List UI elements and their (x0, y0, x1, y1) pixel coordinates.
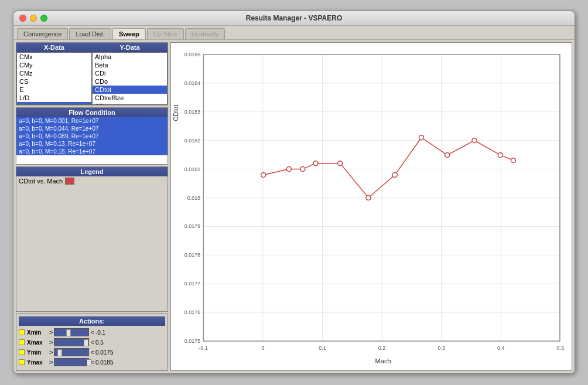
ydata-item-alpha[interactable]: Alpha (93, 53, 167, 61)
legend-label: CDtot vs. Mach (19, 178, 63, 185)
xmax-label: Xmax (27, 339, 48, 346)
tab-unsteady[interactable]: Unsteady (185, 28, 225, 39)
xdata-item-mach[interactable]: Mach (17, 102, 91, 105)
datapoint-7 (419, 135, 423, 140)
xmax-row: Xmax > < 0.5 (19, 338, 165, 346)
ymin-value[interactable]: 0.0175 (95, 349, 125, 356)
ydata-item-cfx[interactable]: CFx (93, 102, 167, 105)
flow-condition-panel: Flow Condition a=0, b=0, M=0.001, Re=1e+… (16, 107, 168, 165)
flow-item-1[interactable]: a=0, b=0, M=0.044, Re=1e+07 (16, 125, 167, 132)
xmin-label: Xmin (27, 329, 48, 336)
ymin-indicator (19, 349, 25, 355)
x-axis-label: Mach (375, 357, 391, 364)
actions-panel: Actions: Xmin > < -0.1 Xmax > < 0.5 (16, 314, 168, 371)
datapoint-2 (300, 167, 305, 172)
datapoint-6 (392, 173, 397, 178)
datapoint-4 (338, 161, 343, 166)
ydata-item-beta[interactable]: Beta (93, 61, 167, 69)
ydata-item-cdo[interactable]: CDo (93, 77, 167, 86)
xmin-value[interactable]: -0.1 (95, 329, 125, 336)
tab-bar: Convergence Load Dist. Sweep Cp Slice Un… (13, 26, 575, 40)
ydata-item-cdi[interactable]: CDi (93, 69, 167, 77)
flow-item-4[interactable]: a=0, b=0, M=0.18, Re=1e+07 (16, 148, 167, 155)
flow-condition-header: Flow Condition (16, 108, 167, 117)
ymax-slider[interactable] (54, 358, 89, 366)
xdata-col: X-Data CMx CMy CMz CS E L/D Mach (16, 43, 92, 105)
xmax-slider[interactable] (54, 338, 89, 346)
flow-item-2[interactable]: a=0, b=0, M=0.089, Re=1e+07 (16, 132, 167, 140)
xmax-value[interactable]: 0.5 (95, 339, 125, 346)
datapoint-9 (472, 138, 477, 143)
xdata-item-cmx[interactable]: CMx (17, 53, 91, 61)
ymax-row: Ymax > < 0.0185 (19, 358, 165, 366)
ymax-indicator (19, 359, 25, 365)
traffic-lights (19, 15, 47, 22)
ymax-value[interactable]: 0.0185 (95, 359, 125, 366)
xdata-item-e[interactable]: E (17, 86, 91, 94)
ydata-item-cdtrefftze[interactable]: CDtrefftze (93, 94, 167, 102)
tab-cpslice[interactable]: Cp Slice (147, 28, 184, 39)
actions-header: Actions: (19, 316, 165, 326)
maximize-button[interactable] (40, 15, 47, 22)
ytick-0181: 0.0181 (184, 166, 201, 172)
ytick-0178: 0.0178 (184, 252, 201, 258)
ytick-0177: 0.0177 (184, 281, 201, 287)
xmin-gt: > (49, 329, 53, 336)
xtick-neg01: -0.1 (199, 345, 208, 351)
xdata-item-cmy[interactable]: CMy (17, 61, 91, 69)
legend-color-swatch (65, 178, 74, 185)
ytick-0176: 0.0176 (184, 309, 201, 315)
tab-loaddist[interactable]: Load Dist. (69, 28, 111, 39)
title-bar: Results Manager - VSPAERO (13, 11, 575, 26)
datapoint-8 (445, 153, 450, 158)
ydata-list[interactable]: Alpha Beta CDi CDo CDtot CDtrefftze CFx (92, 52, 167, 105)
xdata-item-cmz[interactable]: CMz (17, 69, 91, 77)
flow-item-0[interactable]: a=0, b=0, M=0.001, Re=1e+07 (16, 117, 167, 125)
ymin-gt: > (49, 349, 53, 356)
xmin-indicator (19, 329, 25, 335)
ydata-header: Y-Data (92, 43, 167, 52)
flow-item-3[interactable]: a=0, b=0, M=0.13, Re=1e+07 (16, 140, 167, 148)
ydata-item-cdtot[interactable]: CDtot (93, 86, 167, 94)
ymin-slider[interactable] (54, 348, 89, 356)
xtick-03: 0.3 (437, 345, 445, 351)
xmax-indicator (19, 339, 25, 345)
datapoint-3 (313, 161, 318, 166)
xtick-04: 0.4 (497, 345, 505, 351)
ymin-label: Ymin (27, 349, 48, 356)
xtick-02: 0.2 (378, 345, 386, 351)
ytick-0179: 0.0179 (184, 223, 201, 229)
minimize-button[interactable] (30, 15, 37, 22)
datapoint-11 (511, 158, 515, 163)
ymax-gt: > (49, 359, 53, 366)
datapoint-5 (366, 196, 371, 200)
xtick-01: 0.1 (319, 345, 326, 351)
datapoint-10 (498, 153, 502, 158)
ytick-0183: 0.0183 (184, 109, 201, 115)
legend-item: CDtot vs. Mach (16, 176, 167, 186)
ymin-row: Ymin > < 0.0175 (19, 348, 165, 356)
ytick-0180: 0.018 (187, 195, 201, 201)
ytick-0185: 0.0185 (184, 52, 201, 57)
ydata-col: Y-Data Alpha Beta CDi CDo CDtot CDtrefft… (92, 43, 167, 105)
ytick-0182: 0.0182 (184, 138, 201, 144)
xmin-slider[interactable] (54, 328, 89, 336)
legend-panel: Legend CDtot vs. Mach (16, 166, 168, 312)
close-button[interactable] (19, 15, 26, 22)
xdata-item-ld[interactable]: L/D (17, 94, 91, 102)
xtick-0: 0 (261, 345, 264, 351)
xdata-item-cs[interactable]: CS (17, 77, 91, 86)
tab-convergence[interactable]: Convergence (17, 28, 68, 39)
tab-sweep[interactable]: Sweep (112, 28, 146, 39)
xtick-05: 0.5 (557, 345, 565, 351)
ymin-lt: < (90, 349, 94, 356)
window-title: Results Manager - VSPAERO (246, 14, 342, 22)
left-panel: X-Data CMx CMy CMz CS E L/D Mach Y-Data (16, 42, 168, 371)
main-window: Results Manager - VSPAERO Convergence Lo… (13, 11, 575, 374)
xdata-list[interactable]: CMx CMy CMz CS E L/D Mach (16, 52, 92, 105)
datapoint-1 (286, 167, 291, 172)
main-content: X-Data CMx CMy CMz CS E L/D Mach Y-Data (13, 40, 575, 373)
xdata-header: X-Data (16, 43, 92, 52)
flow-condition-list[interactable]: a=0, b=0, M=0.001, Re=1e+07 a=0, b=0, M=… (16, 117, 167, 164)
xmax-lt: < (90, 339, 94, 346)
